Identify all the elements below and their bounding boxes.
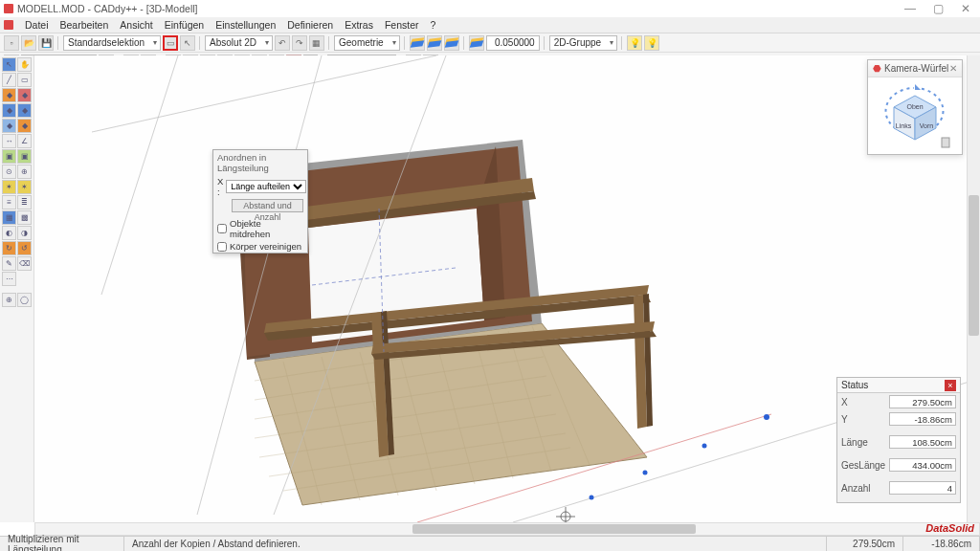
tool-red-icon[interactable]: ◆: [17, 88, 32, 102]
tool-green-icon[interactable]: ▣: [2, 149, 16, 164]
new-file-icon[interactable]: ▫: [4, 35, 19, 51]
select-rect-icon[interactable]: ▭: [163, 35, 178, 51]
tool-yell-icon[interactable]: ✶: [2, 180, 16, 194]
redo-icon[interactable]: ↷: [292, 35, 307, 51]
tool-paint-icon[interactable]: ✎: [2, 256, 16, 271]
menu-fenster[interactable]: Fenster: [379, 19, 425, 31]
tool-more1-icon[interactable]: ⋯: [2, 272, 16, 286]
grid-icon[interactable]: ▦: [309, 35, 324, 51]
menu-ansicht[interactable]: Ansicht: [114, 19, 158, 31]
status-coord-y: -18.86cm: [903, 537, 980, 551]
tool-arrow-icon[interactable]: ↖: [2, 57, 16, 72]
svg-text:Links: Links: [896, 122, 912, 129]
tool-b4-icon[interactable]: ▩: [17, 210, 32, 225]
open-file-icon[interactable]: 📂: [21, 35, 36, 51]
bulb1-icon[interactable]: 💡: [627, 35, 642, 51]
tool-erase-icon[interactable]: ⌫: [17, 256, 32, 271]
camera-cube-widget[interactable]: Oben Links Vorn: [868, 77, 962, 156]
tool-orange2-icon[interactable]: ◆: [17, 119, 32, 133]
tool-green2-icon[interactable]: ▣: [17, 149, 32, 164]
svg-point-40: [702, 444, 707, 449]
menu-definieren[interactable]: Definieren: [281, 19, 339, 31]
maximize-button[interactable]: ▢: [933, 2, 944, 15]
step-value-field[interactable]: 0.050000: [486, 35, 540, 51]
bulb2-icon[interactable]: 💡: [644, 35, 659, 51]
status-y-value[interactable]: -18.86cm: [889, 412, 956, 426]
popup-rotate-checkbox[interactable]: Objekte mitdrehen: [213, 217, 307, 240]
tool-lblue-icon[interactable]: ◆: [2, 119, 16, 133]
svg-text:Oben: Oben: [906, 103, 923, 110]
layer2-icon[interactable]: [427, 35, 442, 51]
status-coord-x: 279.50cm: [827, 537, 903, 551]
layer3-icon[interactable]: [444, 35, 459, 51]
tool-c1-icon[interactable]: ◐: [2, 226, 16, 240]
tool-palette-left: ↖✋ ╱▭ ◆◆ ◆◆ ◆◆ ↔∠ ▣▣ ⊙⊕ ✶✶ ≡≣ ▦▩ ◐◑ ↻↺ ✎…: [0, 55, 34, 522]
tool-blue2-icon[interactable]: ◆: [17, 103, 32, 118]
popup-union-checkbox[interactable]: Körper vereinigen: [213, 240, 307, 253]
menu-extras[interactable]: Extras: [339, 19, 379, 31]
save-file-icon[interactable]: 💾: [38, 35, 54, 51]
menu-einfuegen[interactable]: Einfügen: [159, 19, 210, 31]
status-panel-close-icon[interactable]: ×: [945, 380, 956, 391]
popup-mode-dropdown[interactable]: Länge aufteilen: [226, 180, 306, 193]
tool-angle-icon[interactable]: ∠: [17, 134, 32, 148]
tool-target-icon[interactable]: ⊕: [2, 293, 16, 307]
undo-icon[interactable]: ↶: [275, 35, 290, 51]
layer1-icon[interactable]: [410, 35, 425, 51]
tool-ex1-icon[interactable]: ≡: [2, 195, 16, 209]
camera-cube-panel: ⬣ Kamera-Würfel ✕ Oben Links Vorn: [867, 59, 963, 155]
group-mode-dropdown[interactable]: 2D-Gruppe: [549, 35, 617, 51]
tool-ex2-icon[interactable]: ≣: [17, 195, 32, 209]
minimize-button[interactable]: —: [904, 2, 916, 15]
status-len-value[interactable]: 108.50cm: [889, 435, 956, 449]
tool-d1-icon[interactable]: ↻: [2, 241, 16, 255]
tool-b3-icon[interactable]: ▦: [2, 210, 16, 225]
layer4-icon[interactable]: [469, 35, 484, 51]
close-button[interactable]: ✕: [961, 2, 970, 15]
horizontal-scrollbar[interactable]: [34, 522, 980, 536]
vertical-scrollbar[interactable]: [967, 55, 980, 522]
tool-snap1-icon[interactable]: ⊙: [2, 165, 16, 179]
toolbar-primary: ▫ 📂 💾 Standardselektion ▭ ↖ Absolut 2D ↶…: [0, 33, 980, 53]
status-bar: Multiplizieren mit Längsteilung Anzahl d…: [0, 536, 980, 551]
status-x-value[interactable]: 279.50cm: [889, 395, 956, 408]
coord-mode-dropdown[interactable]: Absolut 2D: [205, 35, 273, 51]
menu-bar: Datei Bearbeiten Ansicht Einfügen Einste…: [0, 17, 980, 33]
status-count-value[interactable]: 4: [889, 481, 956, 495]
status-len-label: Länge: [841, 437, 885, 448]
status-y-label: Y: [841, 414, 885, 425]
camera-panel-close-icon[interactable]: ✕: [949, 63, 957, 74]
popup-spacing-button[interactable]: Abstand und Anzahl: [232, 199, 303, 212]
tool-yell2-icon[interactable]: ✶: [17, 180, 32, 194]
tool-d2-icon[interactable]: ↺: [17, 241, 32, 255]
tool-orange-icon[interactable]: ◆: [2, 88, 16, 102]
tool-measure-icon[interactable]: ↔: [2, 134, 16, 148]
tool-rect-icon[interactable]: ▭: [17, 73, 32, 87]
status-count-label: Anzahl: [841, 483, 885, 494]
svg-point-41: [643, 471, 648, 475]
svg-marker-46: [915, 84, 921, 90]
popup-axis-label: X :: [217, 176, 223, 197]
popup-title: Anordnen in Längsteilung: [213, 150, 307, 175]
window-controls: — ▢ ✕: [904, 2, 976, 15]
tool-hand-icon[interactable]: ✋: [17, 57, 32, 72]
title-bar: MODELL.MOD - CADdy++ - [3D-Modell] — ▢ ✕: [0, 0, 980, 17]
menu-datei[interactable]: Datei: [19, 19, 55, 31]
menu-logo-icon: [4, 20, 13, 30]
status-totlen-value[interactable]: 434.00cm: [889, 458, 956, 472]
tool-snap2-icon[interactable]: ⊕: [17, 165, 32, 179]
camera-panel-title: Kamera-Würfel: [884, 63, 948, 74]
svg-text:Vorn: Vorn: [920, 122, 934, 129]
svg-line-34: [101, 55, 178, 295]
tool-c2-icon[interactable]: ◑: [17, 226, 32, 240]
select-arrow-icon[interactable]: ↖: [180, 35, 195, 51]
tool-circle2-icon[interactable]: ◯: [17, 293, 32, 307]
tool-line-icon[interactable]: ╱: [2, 73, 16, 87]
menu-hilfe[interactable]: ?: [425, 19, 442, 31]
menu-bearbeiten[interactable]: Bearbeiten: [55, 19, 115, 31]
section-dropdown[interactable]: Geometrie: [334, 35, 400, 51]
status-panel: Status × X279.50cm Y-18.86cm Länge108.50…: [836, 377, 961, 503]
menu-einstellungen[interactable]: Einstellungen: [210, 19, 281, 31]
tool-blue1-icon[interactable]: ◆: [2, 103, 16, 118]
selection-mode-dropdown[interactable]: Standardselektion: [63, 35, 161, 51]
